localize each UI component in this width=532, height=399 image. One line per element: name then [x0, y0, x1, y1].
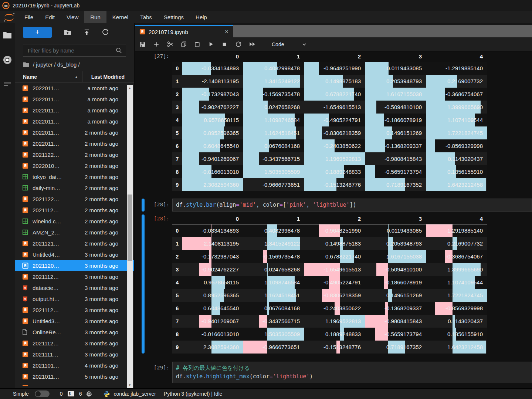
conda-environment[interactable]: conda: jlab_server [113, 391, 156, 397]
restart-kernel-icon[interactable] [235, 41, 249, 47]
file-item[interactable]: 2021111…3 months ago [15, 349, 134, 360]
df-cell: -0.9808415843 [365, 315, 426, 328]
file-item[interactable]: daily-min…2 months ago [15, 182, 134, 193]
df-row: 1-2.14081131951.34152491220.14988751830.… [172, 237, 487, 250]
file-item[interactable]: tokyo_dai…2 months ago [15, 171, 134, 182]
save-icon[interactable] [140, 41, 153, 47]
file-item[interactable]: 2022011…a month ago [15, 94, 134, 105]
cell-28-input[interactable]: [28]: df.style.bar(align='mid', color=['… [135, 199, 532, 212]
tab-notebook[interactable]: 20210719.ipynb × [135, 25, 233, 37]
menu-view[interactable]: View [61, 11, 84, 23]
column-last-modified[interactable]: Last Modified [82, 71, 134, 82]
file-item[interactable]: 5datascie…3 months ago [15, 282, 134, 293]
file-modified: 2 months ago [80, 196, 134, 202]
file-item[interactable]: 2022010…2 months ago [15, 160, 134, 171]
insert-cell-icon[interactable] [153, 41, 167, 47]
file-item[interactable]: 2022011…a month ago [15, 82, 134, 94]
upload-icon[interactable] [84, 29, 90, 35]
menu-file[interactable]: File [18, 11, 39, 23]
code-line: # 各列の最大値に色を付ける [176, 364, 528, 372]
notebook-file-icon [22, 318, 29, 324]
file-item[interactable]: Untitled26 months ago [15, 382, 134, 386]
menu-edit[interactable]: Edit [39, 11, 61, 23]
file-item[interactable]: Untitled3…3 months ago [15, 315, 134, 327]
file-item[interactable]: 2021011…5 months ago [15, 371, 134, 382]
home-folder-icon[interactable] [23, 62, 30, 67]
jupyterlab-badge-icon: lab [2, 2, 10, 9]
menu-tabs[interactable]: Tabs [134, 11, 158, 23]
breadcrumb[interactable]: / jupyter / ds_blog / [23, 59, 134, 70]
file-name: 2021122… [33, 196, 80, 202]
menu-help[interactable]: Help [190, 11, 213, 23]
sort-ascending-icon[interactable]: ▲ [75, 75, 82, 79]
new-folder-icon[interactable] [64, 29, 71, 35]
running-kernels-icon[interactable] [3, 55, 12, 65]
file-list-scrollbar[interactable]: ▲ ▼ [127, 85, 133, 388]
df-cell: 0.1498875183 [304, 75, 365, 88]
simple-mode-toggle[interactable] [35, 390, 50, 397]
code-editor-29[interactable]: # 各列の最大値に色を付けるdf.style.highlight_max(col… [172, 362, 532, 383]
notebook-scroll-area[interactable]: [27]: 012340-0.03341348930.4082998478-0.… [135, 51, 532, 388]
df-cell: 0.1143020437 [426, 315, 487, 328]
paste-cells-icon[interactable] [194, 41, 208, 47]
table-of-contents-icon[interactable] [4, 81, 11, 87]
copy-cells-icon[interactable] [181, 41, 194, 47]
file-item[interactable]: 2021122…2 months ago [15, 193, 134, 204]
restart-run-all-icon[interactable] [249, 42, 263, 47]
kernel-status[interactable]: Python 3 (ipykernel) | Idle [164, 391, 223, 397]
cell-29-input[interactable]: [29]: # 各列の最大値に色を付けるdf.style.highlight_m… [135, 362, 532, 383]
dataframe-table: 012340-0.03341348930.4082998478-0.964825… [172, 52, 487, 191]
file-item[interactable]: AMZN_2…2 months ago [15, 227, 134, 238]
menu-kernel[interactable]: Kernel [106, 11, 134, 23]
new-launcher-button[interactable]: + [23, 27, 52, 38]
file-item[interactable]: 2021121…2 months ago [15, 238, 134, 249]
code-editor-28[interactable]: df.style.bar(align='mid', color=['pink',… [172, 199, 532, 212]
file-item[interactable]: 2022011…a month ago [15, 105, 134, 116]
file-item[interactable]: 2022011…a month ago [15, 116, 134, 127]
cell-27-output: [27]: 012340-0.03341348930.4082998478-0.… [135, 52, 532, 191]
menu-run[interactable]: Run [84, 11, 106, 23]
cut-cells-icon[interactable] [167, 41, 181, 47]
df-row-index: 2 [172, 250, 182, 263]
terminal-icon[interactable]: $_ [68, 391, 74, 396]
file-item[interactable]: wineind.c…2 months ago [15, 216, 134, 227]
notebook-file-icon [22, 307, 29, 313]
scrollbar-thumb[interactable] [128, 195, 132, 261]
df-column-header: 3 [365, 52, 426, 62]
column-name[interactable]: Name [23, 74, 75, 80]
file-item[interactable]: Untitled4…3 months ago [15, 249, 134, 260]
file-filter-input[interactable] [27, 47, 115, 54]
file-item[interactable]: 2021101…4 months ago [15, 360, 134, 371]
chevron-down-icon[interactable] [302, 42, 307, 47]
df-column-header: 1 [243, 214, 304, 224]
file-item[interactable]: 2021112…3 months ago [15, 271, 134, 282]
file-modified: 2 months ago [80, 229, 134, 236]
interrupt-kernel-icon[interactable] [222, 42, 235, 47]
file-item[interactable]: 2021120…3 months ago [15, 260, 134, 271]
kernel-sessions-icon[interactable] [86, 390, 92, 397]
file-item[interactable]: 2021112…3 months ago [15, 304, 134, 315]
file-item[interactable]: 5output.ht…3 months ago [15, 293, 134, 304]
df-cell: -0.5094810100 [365, 263, 426, 276]
df-cell: -1.2919885140 [426, 62, 487, 75]
run-cell-icon[interactable] [208, 41, 222, 47]
refresh-file-list-icon[interactable] [102, 29, 109, 35]
file-item[interactable]: 2022011…2 months ago [15, 138, 134, 149]
scroll-down-icon[interactable]: ▼ [127, 382, 133, 388]
scroll-up-icon[interactable]: ▲ [127, 85, 133, 91]
file-browser-icon[interactable] [3, 31, 12, 39]
file-item[interactable]: OnlineRe…3 months ago [15, 327, 134, 338]
file-item[interactable]: 2022011…2 months ago [15, 127, 134, 138]
df-cell: -0.9401269067 [182, 315, 243, 328]
df-cell: -0.9024762227 [182, 101, 243, 114]
cell-type-dropdown[interactable]: Code [272, 41, 284, 47]
file-modified: 2 months ago [80, 129, 134, 136]
menu-settings[interactable]: Settings [158, 11, 190, 23]
df-cell: -0.1866078919 [365, 114, 426, 126]
file-item[interactable]: 2021122…2 months ago [15, 149, 134, 160]
df-row-index: 9 [172, 341, 182, 354]
file-item[interactable]: 2021112…2 months ago [15, 204, 134, 216]
file-item[interactable]: 2021112…3 months ago [15, 338, 134, 349]
tab-close-icon[interactable]: × [225, 28, 228, 35]
df-cell: -0.9666773651 [243, 178, 304, 191]
